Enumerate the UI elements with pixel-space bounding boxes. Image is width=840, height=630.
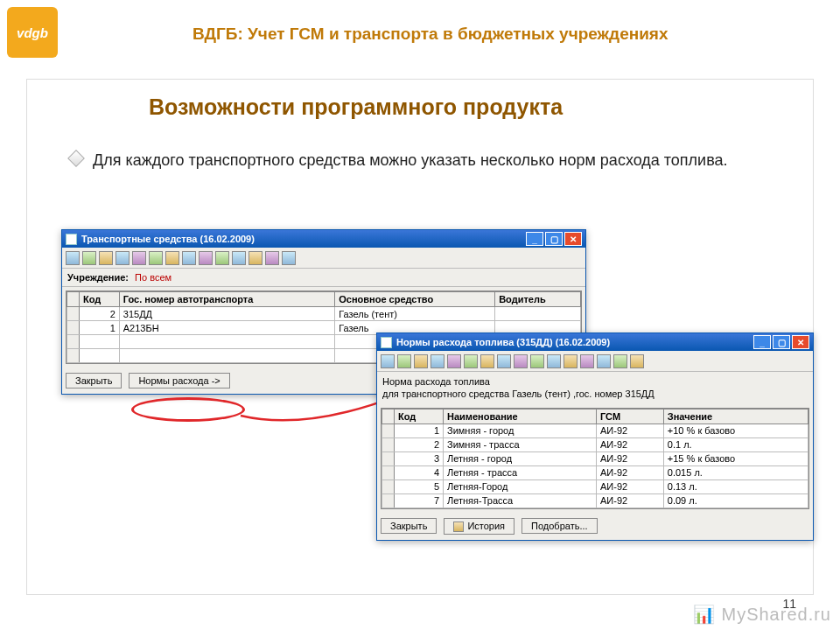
toolbar-icon[interactable] bbox=[149, 251, 163, 265]
norm-subtitle-2: для транспортного средства Газель (тент)… bbox=[382, 388, 808, 400]
toolbar-icon[interactable] bbox=[215, 251, 229, 265]
toolbar-icon[interactable] bbox=[414, 354, 428, 368]
toolbar-icon[interactable] bbox=[480, 354, 494, 368]
window-title: Транспортные средства (16.02.2009) bbox=[81, 234, 255, 244]
close-list-button[interactable]: Закрыть bbox=[66, 373, 122, 388]
toolbar-icon[interactable] bbox=[397, 354, 411, 368]
norms-table[interactable]: Код Наименование ГСМ Значение 1Зимняя - … bbox=[382, 409, 808, 508]
window-icon bbox=[66, 234, 77, 245]
frame-line bbox=[26, 79, 27, 595]
section-title: Возможности программного продукта bbox=[149, 94, 563, 120]
logo: vdgb bbox=[7, 7, 58, 58]
frame-line bbox=[26, 79, 814, 80]
col-driver[interactable]: Водитель bbox=[495, 292, 581, 307]
table-row[interactable]: 2 315ДД Газель (тент) bbox=[67, 307, 581, 321]
window-icon bbox=[381, 337, 392, 348]
history-icon bbox=[453, 522, 464, 532]
maximize-button[interactable]: ▢ bbox=[773, 335, 790, 349]
table-row[interactable]: 4Летняя - трассаАИ-920.015 л. bbox=[382, 466, 808, 480]
col-fuel[interactable]: ГСМ bbox=[597, 409, 664, 424]
toolbar-icon[interactable] bbox=[430, 354, 444, 368]
toolbar-icon[interactable] bbox=[165, 251, 179, 265]
watermark: 📊 MyShared.ru bbox=[693, 604, 831, 625]
toolbar-icon[interactable] bbox=[447, 354, 461, 368]
norms-button[interactable]: Нормы расхода -> bbox=[129, 373, 229, 388]
toolbar-icon[interactable] bbox=[497, 354, 511, 368]
toolbar-icon[interactable] bbox=[630, 354, 644, 368]
close-list-button[interactable]: Закрыть bbox=[381, 518, 437, 534]
page-header: ВДГБ: Учет ГСМ и транспорта в бюджетных … bbox=[192, 24, 822, 44]
toolbar-icon[interactable] bbox=[232, 251, 246, 265]
toolbar-icon[interactable] bbox=[182, 251, 196, 265]
callout-ellipse bbox=[131, 397, 245, 422]
toolbar-icon[interactable] bbox=[580, 354, 594, 368]
col-code[interactable]: Код bbox=[80, 292, 120, 307]
toolbar-icon[interactable] bbox=[66, 251, 80, 265]
table-row[interactable]: 3Летняя - городАИ-92+15 % к базово bbox=[382, 452, 808, 466]
toolbar-icon[interactable] bbox=[597, 354, 611, 368]
close-button[interactable]: ✕ bbox=[792, 335, 809, 349]
toolbar-icon[interactable] bbox=[464, 354, 478, 368]
frame-line bbox=[26, 594, 814, 595]
window-title: Нормы расхода топлива (315ДД) (16.02.200… bbox=[396, 337, 610, 347]
toolbar-icon[interactable] bbox=[248, 251, 262, 265]
toolbar bbox=[62, 248, 585, 269]
filter-label: Учреждение: bbox=[67, 272, 129, 283]
col-asset[interactable]: Основное средство bbox=[335, 292, 495, 307]
col-name[interactable]: Наименование bbox=[444, 409, 597, 424]
toolbar-icon[interactable] bbox=[116, 251, 130, 265]
pick-button[interactable]: Подобрать... bbox=[522, 518, 598, 534]
maximize-button[interactable]: ▢ bbox=[545, 232, 563, 246]
toolbar-icon[interactable] bbox=[613, 354, 627, 368]
toolbar-icon[interactable] bbox=[199, 251, 213, 265]
table-row[interactable]: 5Летняя-ГородАИ-920.13 л. bbox=[382, 480, 808, 494]
toolbar-icon[interactable] bbox=[547, 354, 561, 368]
toolbar bbox=[377, 351, 813, 372]
col-value[interactable]: Значение bbox=[663, 409, 808, 424]
toolbar-icon[interactable] bbox=[265, 251, 279, 265]
close-button[interactable]: ✕ bbox=[564, 232, 582, 246]
bullet-icon bbox=[67, 150, 85, 167]
toolbar-icon[interactable] bbox=[132, 251, 146, 265]
toolbar-icon[interactable] bbox=[282, 251, 296, 265]
table-row[interactable]: 7Летняя-ТрассаАИ-920.09 л. bbox=[382, 494, 808, 508]
toolbar-icon[interactable] bbox=[530, 354, 544, 368]
table-row[interactable]: 1Зимняя - городАИ-92+10 % к базово bbox=[382, 424, 808, 438]
bullet-text: Для каждого транспортного средства можно… bbox=[93, 149, 728, 172]
table-row[interactable]: 2Зимняя - трассаАИ-920.1 л. bbox=[382, 438, 808, 452]
toolbar-icon[interactable] bbox=[514, 354, 528, 368]
toolbar-icon[interactable] bbox=[381, 354, 395, 368]
norm-subtitle-1: Норма расхода топлива bbox=[382, 375, 808, 388]
toolbar-icon[interactable] bbox=[82, 251, 96, 265]
history-button[interactable]: История bbox=[444, 518, 514, 535]
toolbar-icon[interactable] bbox=[99, 251, 113, 265]
col-regnum[interactable]: Гос. номер автотранспорта bbox=[119, 292, 334, 307]
col-code[interactable]: Код bbox=[395, 409, 444, 424]
toolbar-icon[interactable] bbox=[564, 354, 578, 368]
minimize-button[interactable]: _ bbox=[526, 232, 543, 246]
minimize-button[interactable]: _ bbox=[753, 335, 771, 349]
filter-value[interactable]: По всем bbox=[135, 272, 172, 283]
